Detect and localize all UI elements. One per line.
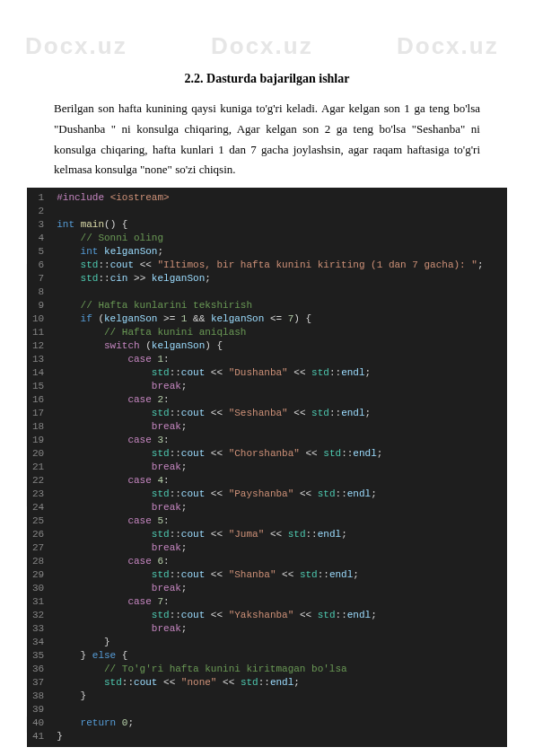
code-line: // Hafta kunini aniqlash	[57, 326, 498, 339]
line-number: 4	[32, 232, 44, 245]
code-line: break;	[57, 582, 498, 595]
line-number: 34	[32, 636, 44, 649]
code-line: break;	[57, 380, 498, 393]
line-number: 24	[32, 501, 44, 514]
code-line: case 3:	[57, 434, 498, 447]
code-line: std::cout << "Yakshanba" << std::endl;	[57, 609, 498, 622]
code-line: case 6:	[57, 555, 498, 568]
line-number: 22	[32, 474, 44, 488]
code-line: case 7:	[57, 595, 498, 609]
code-line: int main() {	[57, 218, 498, 232]
code-line: return 0;	[57, 716, 498, 730]
code-line: std::cout << "Payshanba" << std::endl;	[57, 488, 498, 501]
document-content: 2.2. Dasturda bajarilgan ishlar Berilgan…	[0, 0, 534, 180]
line-number: 19	[32, 434, 44, 447]
code-line: break;	[57, 501, 498, 514]
line-number: 3	[32, 218, 44, 232]
line-number: 39	[32, 703, 44, 716]
line-number: 38	[32, 690, 44, 703]
code-line: std::cout << "Iltimos, bir hafta kunini …	[57, 259, 498, 272]
code-line: std::cin >> kelganSon;	[57, 272, 498, 286]
line-number: 18	[32, 420, 44, 434]
line-number: 17	[32, 407, 44, 420]
code-line: if (kelganSon >= 1 && kelganSon <= 7) {	[57, 312, 498, 326]
code-line: #include <iostream>	[57, 191, 498, 205]
code-line: std::cout << "none" << std::endl;	[57, 676, 498, 690]
line-number: 12	[32, 339, 44, 353]
line-number: 32	[32, 609, 44, 622]
code-line: std::cout << "Shanba" << std::endl;	[57, 568, 498, 582]
code-line: break;	[57, 622, 498, 636]
body-paragraph: Berilgan son hafta kunining qaysi kuniga…	[54, 99, 480, 180]
code-line: case 5:	[57, 514, 498, 528]
line-number: 36	[32, 663, 44, 676]
line-number: 16	[32, 393, 44, 407]
line-number: 40	[32, 716, 44, 730]
code-line: } else {	[57, 649, 498, 663]
line-number: 11	[32, 326, 44, 339]
line-number: 28	[32, 555, 44, 568]
line-number: 1	[32, 191, 44, 205]
code-lines: #include <iostream>int main() { // Sonni…	[53, 188, 507, 747]
code-line: break;	[57, 541, 498, 555]
code-line: switch (kelganSon) {	[57, 339, 498, 353]
code-line: std::cout << "Chorshanba" << std::endl;	[57, 447, 498, 461]
line-number: 5	[32, 245, 44, 259]
code-line	[57, 205, 498, 218]
line-number: 31	[32, 595, 44, 609]
code-line: break;	[57, 461, 498, 474]
code-gutter: 1234567891011121314151617181920212223242…	[27, 188, 53, 747]
line-number: 21	[32, 461, 44, 474]
code-line	[57, 286, 498, 299]
code-line: int kelganSon;	[57, 245, 498, 259]
line-number: 29	[32, 568, 44, 582]
code-line: // Hafta kunlarini tekshirish	[57, 299, 498, 312]
line-number: 15	[32, 380, 44, 393]
line-number: 7	[32, 272, 44, 286]
line-number: 25	[32, 514, 44, 528]
line-number: 35	[32, 649, 44, 663]
line-number: 13	[32, 353, 44, 366]
line-number: 37	[32, 676, 44, 690]
code-line: }	[57, 730, 498, 743]
line-number: 41	[32, 730, 44, 743]
code-line: case 1:	[57, 353, 498, 366]
code-line: std::cout << "Dushanba" << std::endl;	[57, 366, 498, 380]
line-number: 6	[32, 259, 44, 272]
section-title: 2.2. Dasturda bajarilgan ishlar	[54, 72, 480, 86]
code-block: 1234567891011121314151617181920212223242…	[27, 188, 507, 747]
line-number: 10	[32, 312, 44, 326]
line-number: 14	[32, 366, 44, 380]
code-line: std::cout << "Juma" << std::endl;	[57, 528, 498, 541]
line-number: 23	[32, 488, 44, 501]
code-line	[57, 703, 498, 716]
line-number: 8	[32, 286, 44, 299]
code-line: break;	[57, 420, 498, 434]
line-number: 27	[32, 541, 44, 555]
code-line: // To'g'ri hafta kunini kiritmagan bo'ls…	[57, 663, 498, 676]
line-number: 30	[32, 582, 44, 595]
code-line: case 2:	[57, 393, 498, 407]
code-line: // Sonni oling	[57, 232, 498, 245]
code-line: }	[57, 690, 498, 703]
line-number: 26	[32, 528, 44, 541]
line-number: 2	[32, 205, 44, 218]
line-number: 33	[32, 622, 44, 636]
line-number: 9	[32, 299, 44, 312]
code-line: }	[57, 636, 498, 649]
code-line: case 4:	[57, 474, 498, 488]
code-line: std::cout << "Seshanba" << std::endl;	[57, 407, 498, 420]
line-number: 20	[32, 447, 44, 461]
